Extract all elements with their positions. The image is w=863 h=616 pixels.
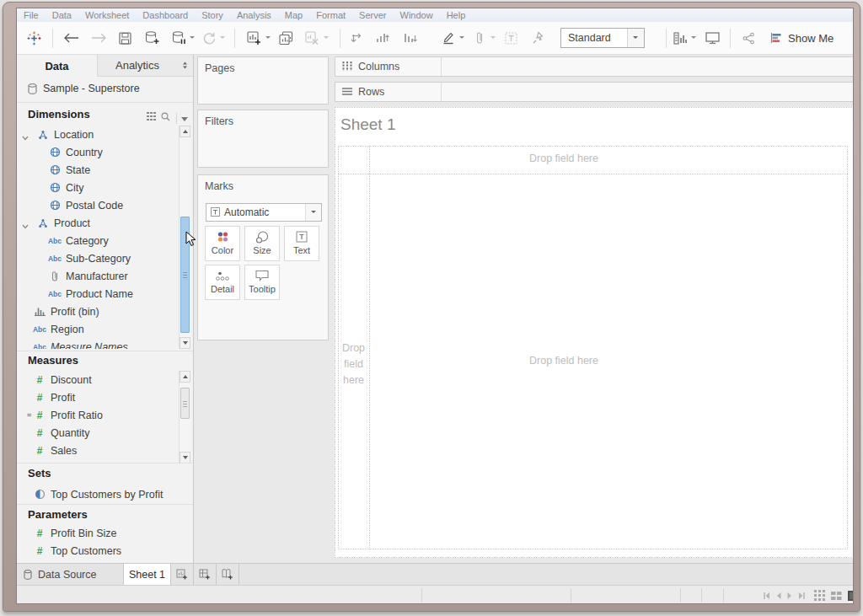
show-mark-labels-button[interactable] (672, 22, 689, 54)
new-worksheet-dropdown[interactable] (265, 36, 271, 41)
share-button[interactable] (740, 22, 757, 54)
prev-record-icon[interactable] (776, 592, 781, 599)
field-category[interactable]: AbcCategory (17, 232, 179, 249)
menu-worksheet[interactable]: Worksheet (78, 8, 136, 22)
next-record-icon[interactable] (787, 592, 792, 599)
size-button[interactable]: Size (244, 226, 280, 261)
drop-field-hint-rows[interactable]: Drop field here (338, 340, 369, 388)
field-sales[interactable]: #Sales (17, 442, 179, 459)
field-measure-names[interactable]: AbcMeasure Names (17, 338, 179, 349)
annotation-dropdown[interactable] (490, 36, 496, 41)
menu-analysis[interactable]: Analysis (230, 8, 278, 22)
pane-options-icon[interactable] (177, 55, 193, 77)
tab-sheet-1[interactable]: Sheet 1 (124, 564, 171, 585)
scrollbar-thumb[interactable] (180, 388, 190, 419)
field-postal-code[interactable]: Postal Code (17, 196, 179, 214)
pane-menu-caret-icon[interactable] (181, 110, 188, 126)
tab-data-source[interactable]: Data Source (17, 564, 124, 585)
field-profit[interactable]: #Profit (17, 388, 179, 406)
label-button[interactable] (502, 22, 519, 54)
menu-map[interactable]: Map (278, 8, 309, 22)
scroll-down-button[interactable] (180, 337, 190, 349)
field-top-customers[interactable]: #Top Customers (17, 542, 179, 560)
pause-updates-dropdown[interactable] (190, 36, 195, 41)
field-region[interactable]: AbcRegion (17, 320, 179, 338)
field-product-name[interactable]: AbcProduct Name (17, 285, 179, 303)
new-story-tab-button[interactable] (217, 564, 239, 585)
drop-field-hint-main[interactable]: Drop field here (501, 355, 627, 367)
pause-auto-updates-button[interactable] (170, 22, 187, 54)
menu-help[interactable]: Help (440, 8, 473, 22)
detail-button[interactable]: Detail (205, 265, 240, 300)
save-button[interactable] (117, 22, 132, 54)
menu-story[interactable]: Story (195, 8, 230, 22)
menu-server[interactable]: Server (352, 8, 393, 22)
refresh-button[interactable] (201, 22, 217, 54)
chevron-down-icon[interactable] (22, 220, 29, 232)
new-data-source-button[interactable] (143, 22, 160, 54)
undo-button[interactable] (62, 22, 79, 54)
field-sub-category[interactable]: AbcSub-Category (17, 249, 179, 267)
last-record-icon[interactable] (798, 592, 805, 599)
refresh-dropdown[interactable] (220, 36, 225, 41)
datasource-item[interactable]: Sample - Superstore (17, 77, 193, 100)
sort-ascending-button[interactable] (374, 22, 391, 54)
menu-dashboard[interactable]: Dashboard (136, 8, 195, 22)
swap-axes-button[interactable] (347, 22, 364, 54)
field-top-customers-by-profit[interactable]: Top Customers by Profit (17, 485, 179, 503)
sort-descending-button[interactable] (402, 22, 419, 54)
tab-analytics[interactable]: Analytics (97, 55, 177, 77)
fix-axes-button[interactable] (529, 22, 546, 54)
new-worksheet-button[interactable] (245, 22, 262, 54)
tooltip-button[interactable]: Tooltip (244, 265, 280, 300)
scroll-up-button[interactable] (180, 126, 190, 137)
field-product[interactable]: Product (17, 214, 179, 232)
tab-data[interactable]: Data (17, 55, 97, 77)
field-discount[interactable]: #Discount (17, 371, 179, 388)
worksheet-canvas[interactable]: Sheet 1 Drop field here Drop field here … (335, 107, 854, 558)
clear-sheet-button[interactable] (303, 22, 320, 54)
highlight-button[interactable] (440, 22, 457, 54)
measures-scrollbar[interactable] (179, 371, 190, 463)
filmstrip-view-icon[interactable] (831, 590, 842, 601)
new-worksheet-tab-button[interactable] (171, 564, 194, 585)
field-location[interactable]: Location (17, 126, 179, 143)
find-field-icon[interactable] (161, 110, 170, 126)
menu-data[interactable]: Data (46, 8, 78, 22)
pages-card[interactable]: Pages (197, 56, 329, 104)
field-country[interactable]: Country (17, 143, 179, 161)
chevron-down-icon[interactable] (22, 131, 29, 143)
field-city[interactable]: City (17, 179, 179, 196)
show-me-button[interactable]: Show Me (770, 22, 834, 54)
rows-shelf[interactable]: Rows (335, 82, 854, 102)
first-record-icon[interactable] (764, 592, 770, 599)
text-button[interactable]: Text (284, 226, 319, 261)
mark-type-selector[interactable]: Automatic (206, 203, 322, 222)
clear-sheet-dropdown[interactable] (324, 36, 329, 41)
fit-selector[interactable]: Standard (560, 28, 645, 48)
filters-card[interactable]: Filters (197, 110, 329, 168)
scroll-down-button[interactable] (180, 452, 190, 463)
full-view-icon[interactable] (848, 591, 854, 601)
mark-labels-dropdown[interactable] (691, 36, 696, 41)
field-profit-bin-size[interactable]: #Profit Bin Size (17, 524, 179, 542)
view-as-grid-icon[interactable] (147, 110, 156, 126)
mark-type-caret-icon[interactable] (305, 204, 321, 221)
grid-view-icon[interactable] (814, 590, 825, 601)
field-state[interactable]: State (17, 161, 179, 179)
drop-field-hint-columns[interactable]: Drop field here (501, 153, 627, 164)
field-profit-bin-[interactable]: Profit (bin) (17, 303, 179, 320)
scroll-up-button[interactable] (180, 371, 190, 383)
redo-button[interactable] (90, 22, 107, 54)
menu-window[interactable]: Window (394, 8, 440, 22)
fit-dropdown-icon[interactable] (627, 29, 644, 47)
annotation-button[interactable] (471, 22, 488, 54)
highlight-dropdown[interactable] (459, 36, 464, 41)
field-manufacturer[interactable]: Manufacturer (17, 267, 179, 285)
columns-shelf[interactable]: Columns (335, 56, 854, 77)
presentation-mode-button[interactable] (704, 22, 721, 54)
menu-file[interactable]: File (17, 8, 46, 22)
duplicate-sheet-button[interactable] (277, 22, 294, 54)
color-button[interactable]: Color (205, 226, 240, 261)
field-profit-ratio[interactable]: =#Profit Ratio (17, 406, 179, 424)
